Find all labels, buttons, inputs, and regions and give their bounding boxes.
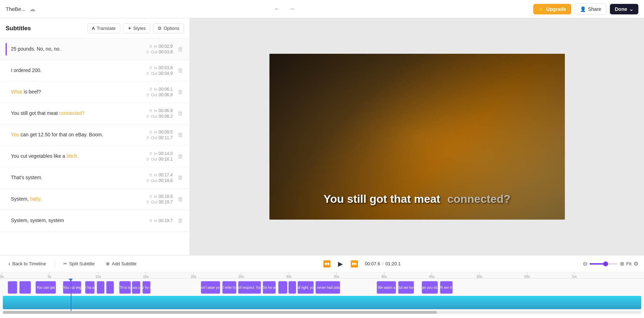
timeline-subtitle-block[interactable]: I ha a bbox=[85, 281, 95, 294]
timeline-subtitle-block[interactable] bbox=[288, 281, 296, 294]
clock-icon: ⏱ bbox=[149, 109, 153, 113]
timeline-subtitle-block[interactable]: You cut veg bbox=[63, 281, 81, 294]
play-pause-button[interactable]: ▶ bbox=[335, 258, 346, 270]
fit-button[interactable]: Fit bbox=[626, 261, 631, 266]
ruler-label: 45s bbox=[429, 275, 434, 279]
styles-button[interactable]: ✦ Styles bbox=[123, 23, 150, 33]
delete-subtitle-button[interactable]: 🗑 bbox=[177, 131, 184, 139]
out-time: 00:03.8 bbox=[159, 50, 173, 54]
in-time: 00:14.0 bbox=[159, 151, 173, 156]
subtitle-times: ⏱In 00:18.6⏱Out 00:19.7 bbox=[141, 194, 173, 205]
total-time: 01:20.1 bbox=[385, 261, 401, 266]
ruler-tick bbox=[289, 272, 289, 274]
subtitle-item[interactable]: You cut vegetables like a bitch.⏱In 00:1… bbox=[0, 146, 190, 167]
timeline-subtitle-block[interactable]: Don't wipe your bbox=[201, 281, 220, 294]
out-time: 00:06.9 bbox=[159, 92, 173, 97]
timeline-subtitle-block[interactable]: You can get bbox=[36, 281, 56, 294]
subtitle-item[interactable]: That's system.⏱In 00:17.4⏱Out 00:18.6🗑 bbox=[0, 167, 190, 189]
delete-subtitle-button[interactable]: 🗑 bbox=[177, 174, 184, 182]
timeline-scroll-thumb[interactable] bbox=[3, 311, 437, 314]
clock-icon: ⏱ bbox=[146, 200, 149, 204]
scissors-icon: ✂ bbox=[63, 261, 67, 266]
timeline-subtitle-block[interactable]: I just never had platanos bbox=[315, 281, 340, 294]
timeline-settings-button[interactable]: ⚙ bbox=[633, 260, 638, 267]
skip-forward-button[interactable]: ⏩ bbox=[349, 259, 359, 269]
out-time-row: ⏱Out 00:19.7 bbox=[146, 200, 173, 205]
timeline-subtitle-block[interactable]: All right, yo, bbox=[298, 281, 314, 294]
redo-button[interactable]: → bbox=[286, 4, 297, 14]
timeline-subtitle-block[interactable]: wa s bbox=[132, 281, 140, 294]
ruler-mark: 0s bbox=[0, 272, 4, 279]
add-subtitle-button[interactable]: ⊕ Add Subtitle bbox=[103, 260, 139, 268]
zoom-slider[interactable] bbox=[589, 263, 618, 265]
timeline-subtitle-block[interactable]: a sign of respect. You could bbox=[238, 281, 261, 294]
subtitle-item[interactable]: System, baby.⏱In 00:18.6⏱Out 00:19.7🗑 bbox=[0, 189, 190, 210]
subtitle-times: ⏱In 00:09.5⏱Out 00:11.7 bbox=[141, 130, 173, 140]
subtitle-item[interactable]: What is beef?⏱In 00:06.1⏱Out 00:06.9🗑 bbox=[0, 82, 190, 103]
timeline-subtitle-block[interactable] bbox=[19, 281, 31, 294]
chevron-left-icon: ‹ bbox=[8, 261, 10, 267]
delete-subtitle-button[interactable]: 🗑 bbox=[177, 45, 184, 53]
timeline-subtitle-block[interactable]: So ho w bbox=[263, 281, 276, 294]
timeline-toolbar: ‹ Back to Timeline ✂ Split Subtitle ⊕ Ad… bbox=[0, 255, 644, 272]
zoom-out-button[interactable]: ⊖ bbox=[583, 260, 587, 267]
ruler-tick bbox=[432, 272, 432, 274]
options-icon: ⚙ bbox=[158, 26, 162, 31]
undo-button[interactable]: ← bbox=[272, 4, 282, 14]
delete-subtitle-button[interactable]: 🗑 bbox=[177, 67, 184, 74]
timeline-subtitle-block[interactable]: But we hav bbox=[398, 281, 414, 294]
in-time-row: ⏱In 00:14.0 bbox=[149, 151, 173, 156]
in-time: 00:18.6 bbox=[159, 194, 173, 199]
subtitle-active-indicator bbox=[6, 107, 7, 120]
translate-button[interactable]: A Translate bbox=[87, 23, 120, 33]
subtitle-item[interactable]: I ordered 200.⏱In 00:03.8⏱Out 00:04.9🗑 bbox=[0, 60, 190, 82]
done-button[interactable]: Done ⌄ bbox=[610, 4, 638, 14]
subtitle-times: ⏱In 00:19.7 bbox=[141, 218, 173, 223]
timeline-ruler: 0s5s10s15s20s25s30s35s40s45s50s55s1m bbox=[0, 272, 644, 279]
out-time: 00:04.9 bbox=[159, 71, 173, 76]
ruler-mark: 25s bbox=[238, 272, 244, 279]
options-button[interactable]: ⚙ Options bbox=[153, 23, 184, 33]
subtitle-times: ⏱In 00:06.9⏱Out 00:08.2 bbox=[141, 108, 173, 119]
back-to-timeline-button[interactable]: ‹ Back to Timeline bbox=[6, 259, 49, 268]
audio-waveform-track bbox=[0, 296, 644, 309]
timeline-subtitle-block[interactable]: Th is is bbox=[119, 281, 131, 294]
delete-subtitle-button[interactable]: 🗑 bbox=[177, 195, 184, 203]
timeline-subtitle-block[interactable] bbox=[97, 281, 104, 294]
upgrade-button[interactable]: ⚡ Upgrade bbox=[533, 4, 571, 14]
timeline-subtitle-block[interactable] bbox=[106, 281, 114, 294]
subtitle-times: ⏱In 00:02.9⏱Out 00:03.8 bbox=[141, 44, 173, 54]
timeline-subtitle-block[interactable] bbox=[8, 281, 17, 294]
timeline-subtitle-block[interactable]: W hy di bbox=[142, 281, 151, 294]
subtitle-item[interactable]: You still got that meat connected?⏱In 00… bbox=[0, 103, 190, 124]
cloud-sync-icon: ☁ bbox=[29, 5, 36, 13]
timeline-scrollbar[interactable] bbox=[3, 311, 641, 314]
timeline-subtitle-block[interactable]: I refer to bbox=[222, 281, 236, 294]
ruler-label: 0s bbox=[0, 275, 4, 279]
subtitle-active-indicator bbox=[6, 86, 7, 98]
delete-subtitle-button[interactable]: 🗑 bbox=[177, 152, 184, 160]
ruler-tick bbox=[2, 272, 2, 274]
timeline-subtitle-block[interactable] bbox=[278, 281, 287, 294]
timeline-subtitle-block[interactable]: We wann a bbox=[377, 281, 396, 294]
ruler-tick bbox=[49, 272, 50, 274]
delete-subtitle-button[interactable]: 🗑 bbox=[177, 217, 184, 225]
delete-subtitle-button[interactable]: 🗑 bbox=[177, 88, 184, 96]
subtitle-item[interactable]: 25 pounds. No, no, no.⏱In 00:02.9⏱Out 00… bbox=[0, 39, 190, 60]
ruler-mark: 35s bbox=[333, 272, 339, 279]
out-time: 00:11.7 bbox=[159, 135, 173, 140]
timeline-subtitle-block[interactable]: Wh ere the bbox=[440, 281, 453, 294]
skip-back-button[interactable]: ⏪ bbox=[321, 259, 332, 269]
ruler-mark: 55s bbox=[524, 272, 530, 279]
zoom-in-button[interactable]: ⊕ bbox=[620, 260, 624, 267]
subtitle-item[interactable]: You can get 12.50 for that on eBay. Boom… bbox=[0, 124, 190, 146]
split-subtitle-button[interactable]: ✂ Split Subtitle bbox=[60, 260, 97, 268]
ruler-tick bbox=[384, 272, 384, 274]
subtitle-text: System, system, system bbox=[11, 217, 137, 224]
clock-icon: ⏱ bbox=[149, 173, 153, 177]
subtitle-active-indicator bbox=[6, 129, 7, 141]
delete-subtitle-button[interactable]: 🗑 bbox=[177, 110, 184, 117]
share-button[interactable]: 👤 Share bbox=[575, 4, 606, 15]
subtitle-item[interactable]: System, system, system⏱In 00:19.7🗑 bbox=[0, 210, 190, 232]
timeline-subtitle-block[interactable]: Can you stop bbox=[422, 281, 438, 294]
